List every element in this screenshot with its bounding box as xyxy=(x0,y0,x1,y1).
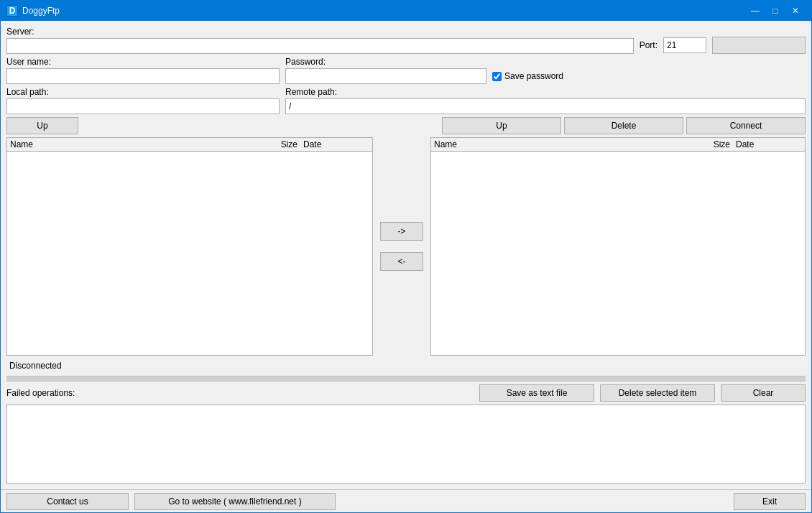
failed-section: Failed operations: Save as text file Del… xyxy=(6,384,806,484)
failed-header-row: Failed operations: Save as text file Del… xyxy=(6,384,806,402)
password-input[interactable] xyxy=(285,68,486,84)
close-button[interactable]: ✕ xyxy=(785,1,806,21)
local-panel-header: Name Size Date xyxy=(7,138,372,152)
minimize-button[interactable]: — xyxy=(745,1,765,21)
connect-button[interactable]: Connect xyxy=(686,117,806,134)
file-panels-container: Name Size Date -> <- Name Size xyxy=(6,137,806,356)
maximize-button[interactable]: □ xyxy=(765,1,785,21)
site-management-button[interactable] xyxy=(712,37,806,54)
status-bar: Disconnected xyxy=(6,359,806,373)
local-panel-body[interactable] xyxy=(7,152,372,355)
local-col-date: Date xyxy=(297,139,369,149)
contact-us-button[interactable]: Contact us xyxy=(6,493,129,510)
remote-up-section: Up Delete Connect xyxy=(442,117,806,134)
username-label: User name: xyxy=(6,57,280,67)
paths-row: Local path: Remote path: xyxy=(6,87,806,114)
main-content: Server: Port: User name: Password: xyxy=(1,21,811,489)
remote-col-name: Name xyxy=(434,139,687,149)
failed-log[interactable] xyxy=(6,405,806,484)
local-path-input[interactable] xyxy=(6,98,280,114)
go-to-website-button[interactable]: Go to website ( www.filefriend.net ) xyxy=(134,493,336,510)
save-password-row: Save password xyxy=(492,71,563,81)
save-password-label: Save password xyxy=(504,71,563,81)
remote-panel-body[interactable] xyxy=(431,152,805,355)
file-panels-row: Name Size Date -> <- Name Size xyxy=(6,137,806,356)
port-label: Port: xyxy=(640,40,658,50)
server-input[interactable] xyxy=(6,38,634,54)
failed-label: Failed operations: xyxy=(6,388,474,398)
local-panel: Name Size Date xyxy=(6,137,373,356)
remote-panel: Name Size Date xyxy=(430,137,806,356)
exit-button[interactable]: Exit xyxy=(734,493,806,510)
port-input[interactable] xyxy=(663,37,706,53)
remote-path-label: Remote path: xyxy=(285,87,806,97)
main-window: D DoggyFtp — □ ✕ Server: Port: User name xyxy=(0,0,812,513)
transfer-buttons: -> <- xyxy=(373,137,430,356)
transfer-right-button[interactable]: -> xyxy=(380,222,423,241)
window-controls: — □ ✕ xyxy=(745,1,806,21)
password-label: Password: xyxy=(285,57,806,67)
local-up-section: Up xyxy=(6,117,373,134)
remote-path-input[interactable] xyxy=(285,98,806,114)
transfer-left-button[interactable]: <- xyxy=(380,252,423,271)
window-title: DoggyFtp xyxy=(22,6,745,16)
save-password-checkbox[interactable] xyxy=(492,72,502,81)
local-up-button[interactable]: Up xyxy=(6,117,78,134)
remote-up-button[interactable]: Up xyxy=(442,117,561,134)
bottom-bar: Contact us Go to website ( www.filefrien… xyxy=(1,489,811,512)
username-input[interactable] xyxy=(6,68,280,84)
credentials-row: User name: Password: Save password xyxy=(6,57,806,84)
local-col-name: Name xyxy=(10,139,254,149)
delete-selected-button[interactable]: Delete selected item xyxy=(600,384,715,402)
save-as-text-button[interactable]: Save as text file xyxy=(479,384,594,402)
server-row: Server: Port: xyxy=(6,27,806,54)
up-buttons-row: Up Up Delete Connect xyxy=(6,117,806,134)
delete-button[interactable]: Delete xyxy=(564,117,683,134)
local-col-size: Size xyxy=(254,139,297,149)
local-path-label: Local path: xyxy=(6,87,280,97)
server-label: Server: xyxy=(6,27,634,37)
app-icon: D xyxy=(6,5,18,17)
remote-col-size: Size xyxy=(687,139,730,149)
clear-button[interactable]: Clear xyxy=(721,384,806,402)
divider xyxy=(6,376,806,382)
connection-status: Disconnected xyxy=(9,361,62,371)
remote-panel-header: Name Size Date xyxy=(431,138,805,152)
remote-col-date: Date xyxy=(730,139,802,149)
title-bar: D DoggyFtp — □ ✕ xyxy=(1,1,811,21)
